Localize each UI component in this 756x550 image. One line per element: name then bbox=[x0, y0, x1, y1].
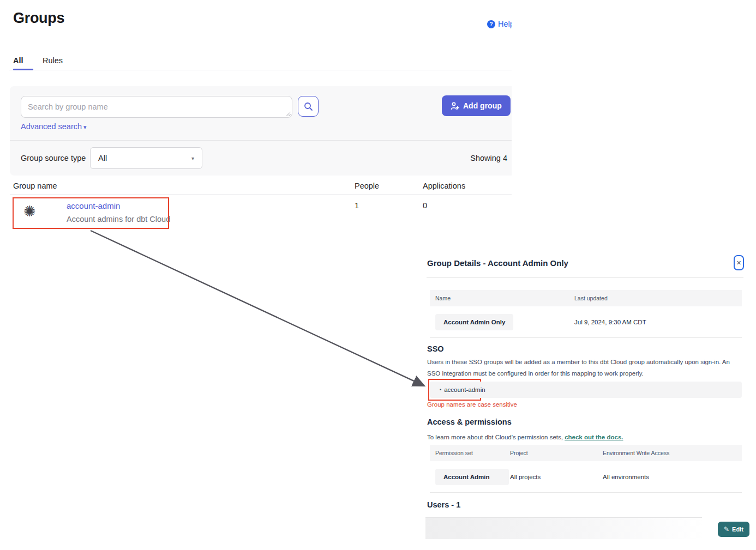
sso-group-item: • account-admin bbox=[430, 382, 742, 398]
sso-heading: SSO bbox=[427, 344, 444, 353]
group-gear-icon: ✺ bbox=[23, 204, 36, 219]
select-caret-icon: ▾ bbox=[191, 155, 194, 161]
project-column-header: Project bbox=[510, 450, 603, 456]
group-description: Account admins for dbt Cloud bbox=[67, 215, 170, 223]
tab-all[interactable]: All bbox=[13, 56, 23, 65]
caret-down-icon: ▾ bbox=[83, 124, 87, 130]
advanced-search-link[interactable]: Advanced search▾ bbox=[21, 122, 87, 131]
close-button[interactable]: ✕ bbox=[734, 255, 744, 270]
group-source-type-value: All bbox=[98, 154, 107, 162]
permission-set-column-header: Permission set bbox=[430, 450, 510, 456]
permissions-table-header: Permission set Project Environment Write… bbox=[430, 445, 742, 461]
last-updated-column-header: Last updated bbox=[574, 295, 742, 301]
docs-link[interactable]: check out the docs. bbox=[565, 434, 623, 440]
active-tab-underline bbox=[13, 69, 33, 70]
add-group-label: Add group bbox=[463, 101, 502, 110]
environment-write-access-column-header: Environment Write Access bbox=[603, 450, 742, 456]
case-sensitive-warning: Group names are case sensitive bbox=[427, 401, 517, 408]
tab-divider bbox=[9, 70, 512, 70]
group-source-type-label: Group source type bbox=[21, 154, 86, 162]
group-source-type-select[interactable]: All ▾ bbox=[90, 147, 202, 169]
sso-group-tag: account-admin bbox=[444, 386, 485, 393]
column-header-applications: Applications bbox=[423, 182, 465, 190]
help-link[interactable]: ? Help bbox=[487, 20, 512, 28]
column-header-group-name: Group name bbox=[13, 182, 57, 190]
advanced-search-label: Advanced search bbox=[21, 122, 82, 131]
permission-set-chip: Account Admin bbox=[435, 469, 509, 485]
bullet-icon: • bbox=[440, 387, 441, 392]
add-group-button[interactable]: Add group bbox=[442, 95, 511, 116]
details-footer-bar bbox=[425, 517, 702, 539]
search-input[interactable] bbox=[21, 96, 292, 118]
screenshot-stage: Groups ? Help All Rules bbox=[0, 0, 756, 550]
environment-write-access-value: All environments bbox=[603, 474, 742, 480]
add-user-icon bbox=[451, 102, 459, 110]
permissions-description: To learn more about dbt Cloud's permissi… bbox=[427, 432, 742, 443]
tab-rules[interactable]: Rules bbox=[43, 56, 63, 65]
table-header-divider bbox=[10, 195, 512, 195]
permissions-table: Permission set Project Environment Write… bbox=[430, 445, 742, 493]
name-column-header: Name bbox=[430, 295, 574, 301]
search-icon bbox=[304, 102, 313, 111]
filter-panel-divider bbox=[10, 140, 512, 141]
name-table: Name Last updated Account Admin Only Jul… bbox=[430, 290, 742, 338]
group-applications-count: 0 bbox=[423, 201, 427, 210]
groups-page: Groups ? Help All Rules bbox=[0, 0, 512, 251]
group-details-panel: Group Details - Account Admin Only ✕ Nam… bbox=[427, 251, 745, 550]
filter-panel: Advanced search▾ Add group Group source … bbox=[10, 86, 512, 176]
help-question-icon: ? bbox=[487, 20, 495, 28]
sso-description: Users in these SSO groups will be added … bbox=[427, 356, 742, 380]
last-updated-value: Jul 9, 2024, 9:30 AM CDT bbox=[574, 319, 742, 325]
group-name-chip: Account Admin Only bbox=[435, 314, 513, 330]
search-button[interactable] bbox=[298, 96, 319, 117]
permissions-table-row: Account Admin All projects All environme… bbox=[430, 461, 742, 493]
help-label: Help bbox=[498, 20, 512, 28]
page-title: Groups bbox=[13, 10, 64, 27]
pencil-icon: ✎ bbox=[724, 525, 729, 533]
name-table-row: Account Admin Only Jul 9, 2024, 9:30 AM … bbox=[430, 306, 742, 338]
name-table-header: Name Last updated bbox=[430, 290, 742, 306]
users-heading: Users - 1 bbox=[427, 500, 460, 509]
permissions-description-text: To learn more about dbt Cloud's permissi… bbox=[427, 434, 565, 440]
group-name-link[interactable]: account-admin bbox=[67, 201, 120, 210]
showing-count: Showing 4 bbox=[470, 154, 507, 162]
group-people-count: 1 bbox=[355, 201, 359, 210]
edit-label: Edit bbox=[732, 526, 743, 533]
column-header-people: People bbox=[355, 182, 379, 190]
edit-button[interactable]: ✎ Edit bbox=[718, 522, 749, 537]
close-icon: ✕ bbox=[736, 259, 741, 267]
project-value: All projects bbox=[510, 474, 603, 480]
access-permissions-heading: Access & permissions bbox=[427, 418, 512, 426]
details-divider bbox=[427, 277, 743, 278]
details-title: Group Details - Account Admin Only bbox=[427, 258, 568, 268]
